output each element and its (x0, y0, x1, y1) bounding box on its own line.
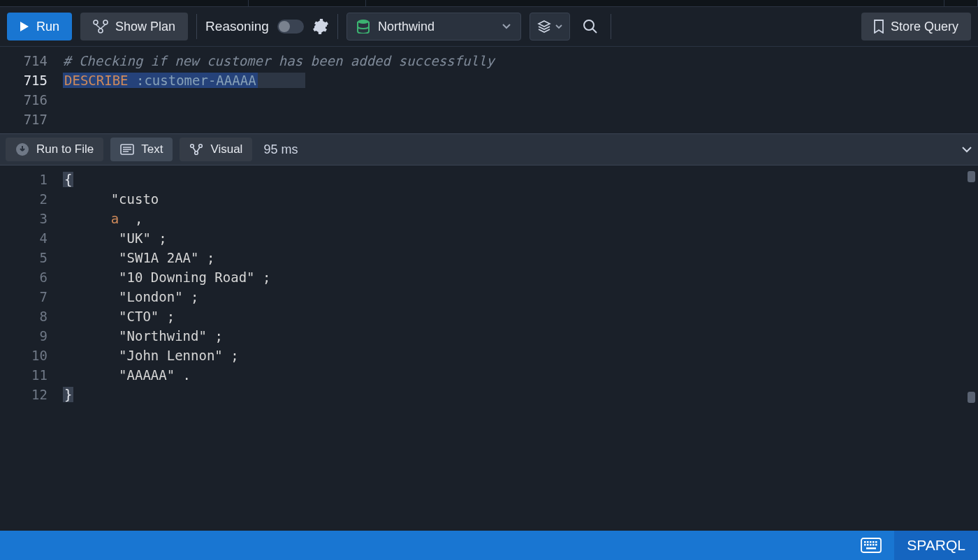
output-line: a , (63, 209, 270, 228)
comment-text: # Checking if new customer has been adde… (63, 53, 495, 68)
line-number: 11 (0, 365, 48, 385)
run-button[interactable]: Run (7, 13, 72, 40)
result-pane[interactable]: 123456789101112 { "custo a , "UK" ; "SW1… (0, 165, 978, 531)
line-number: 5 (0, 248, 48, 267)
svg-rect-15 (875, 541, 877, 543)
line-number: 717 (0, 110, 48, 129)
divider (196, 14, 197, 39)
output-line: "SW1A 2AA" ; (63, 248, 270, 267)
editor-gutter: 714 715 716 717 (0, 47, 56, 133)
output-line: "London" ; (63, 287, 270, 307)
store-query-button[interactable]: Store Query (861, 13, 971, 40)
toolbar: Run Show Plan Reasoning Northwind (0, 7, 978, 47)
chevron-down-icon (502, 24, 511, 29)
svg-rect-12 (867, 541, 869, 543)
reasoning-toggle[interactable] (277, 20, 304, 34)
result-toolbar: Run to File Text Visual 95 ms (0, 133, 978, 165)
output-line: { (63, 170, 270, 189)
svg-point-1 (103, 20, 108, 24)
svg-point-3 (358, 20, 369, 24)
svg-rect-21 (866, 547, 876, 550)
line-number: 3 (0, 209, 48, 228)
chevron-down-icon (555, 24, 562, 29)
scrollbar-thumb[interactable] (968, 392, 975, 403)
line-number: 1 (0, 170, 48, 189)
line-number: 716 (0, 90, 48, 110)
database-icon (357, 20, 370, 34)
plan-icon (93, 20, 108, 34)
status-bar: SPARQL (0, 531, 978, 560)
run-to-file-label: Run to File (36, 142, 94, 156)
run-to-file-button[interactable]: Run to File (6, 138, 103, 161)
download-icon (15, 142, 29, 156)
database-name: Northwind (378, 20, 435, 34)
svg-rect-13 (870, 541, 872, 543)
divider (337, 14, 338, 39)
layers-button[interactable] (530, 13, 570, 40)
prefix: : (136, 73, 144, 88)
output-line: "John Lennon" ; (63, 346, 270, 365)
svg-rect-20 (875, 544, 877, 546)
svg-rect-18 (870, 544, 872, 546)
output-line: "UK" ; (63, 228, 270, 248)
svg-point-0 (94, 20, 98, 24)
localname: customer-AAAAA (144, 73, 256, 88)
line-number: 714 (0, 51, 48, 71)
output-line: "custo (63, 189, 270, 209)
divider (611, 14, 611, 39)
output-line: "AAAAA" . (63, 365, 270, 385)
play-icon (20, 21, 29, 32)
output-line: } (63, 385, 270, 404)
bookmark-icon (874, 20, 884, 34)
keyword: DESCRIBE (64, 73, 129, 88)
tab-ghost[interactable] (249, 0, 366, 7)
line-number: 7 (0, 287, 48, 307)
line-number: 9 (0, 326, 48, 346)
text-view-tab[interactable]: Text (110, 138, 173, 161)
tab-strip (0, 0, 978, 7)
search-icon[interactable] (583, 19, 598, 34)
line-number: 10 (0, 346, 48, 365)
svg-point-4 (584, 20, 594, 30)
gear-icon[interactable] (312, 18, 329, 35)
tab-ghost[interactable] (0, 0, 249, 7)
line-number: 715 (0, 71, 48, 90)
keyboard-icon[interactable] (861, 538, 882, 553)
query-editor[interactable]: 714 715 716 717 # Checking if new custom… (0, 47, 978, 133)
line-number: 2 (0, 189, 48, 209)
graph-icon (189, 143, 203, 156)
show-plan-button[interactable]: Show Plan (80, 13, 188, 40)
language-label: SPARQL (907, 537, 965, 554)
store-query-label: Store Query (891, 20, 958, 34)
database-select[interactable]: Northwind (346, 13, 521, 40)
show-plan-label: Show Plan (115, 20, 175, 34)
tab-ghost[interactable] (944, 0, 978, 7)
visual-view-tab[interactable]: Visual (180, 138, 252, 161)
output-line: "Northwind" ; (63, 326, 270, 346)
output-line: "CTO" ; (63, 307, 270, 326)
line-number: 6 (0, 267, 48, 287)
line-number: 8 (0, 307, 48, 326)
run-label: Run (36, 20, 59, 34)
result-gutter: 123456789101112 (0, 165, 56, 531)
svg-rect-19 (873, 544, 875, 546)
svg-rect-11 (864, 541, 866, 543)
text-icon (120, 144, 134, 155)
text-tab-label: Text (141, 142, 163, 156)
visual-tab-label: Visual (210, 142, 242, 156)
layers-icon (537, 20, 551, 34)
output-line: "10 Downing Road" ; (63, 267, 270, 287)
svg-rect-16 (864, 544, 866, 546)
query-timing: 95 ms (263, 142, 298, 157)
scrollbar-thumb[interactable] (968, 171, 975, 182)
reasoning-label: Reasoning (205, 19, 269, 34)
svg-rect-17 (867, 544, 869, 546)
tab-ghost[interactable] (366, 0, 944, 7)
line-number: 12 (0, 385, 48, 404)
svg-point-2 (98, 29, 103, 33)
chevron-down-icon[interactable] (961, 146, 972, 153)
svg-rect-14 (873, 541, 875, 543)
language-indicator[interactable]: SPARQL (894, 531, 978, 560)
line-number: 4 (0, 228, 48, 248)
editor-code[interactable]: # Checking if new customer has been adde… (56, 47, 495, 133)
